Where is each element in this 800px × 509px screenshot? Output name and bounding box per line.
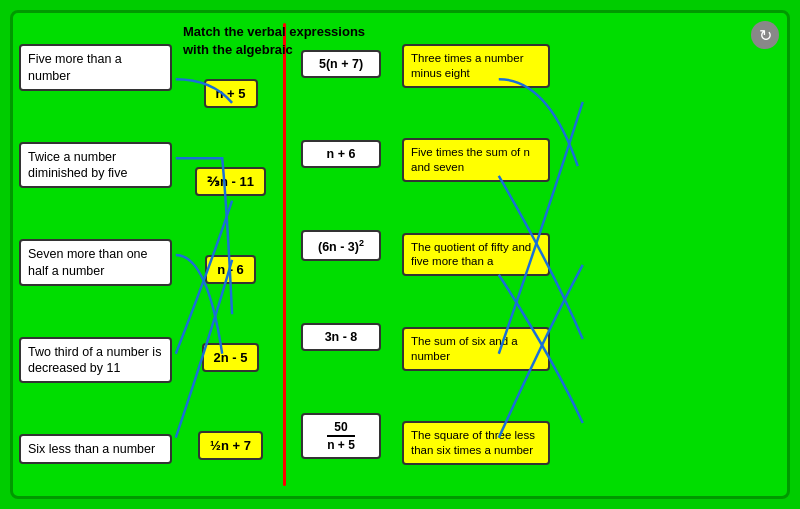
right-algebraic-item-3[interactable]: (6n - 3)2 bbox=[301, 230, 381, 260]
algebraic-item-1[interactable]: n + 5 bbox=[204, 79, 258, 108]
verbal-item-5[interactable]: Six less than a number bbox=[19, 434, 172, 464]
right-verbal-panel: Three times a number minus eight Five ti… bbox=[396, 13, 556, 496]
left-verbal-panel: Five more than a number Twice a number d… bbox=[13, 13, 178, 496]
right-algebraic-item-2[interactable]: n + 6 bbox=[301, 140, 381, 168]
algebraic-item-3[interactable]: n - 6 bbox=[205, 255, 256, 284]
right-verbal-item-5[interactable]: The square of three less than six times … bbox=[402, 421, 550, 465]
right-algebraic-item-5[interactable]: 50 n + 5 bbox=[301, 413, 381, 459]
verbal-item-2[interactable]: Twice a number diminished by five bbox=[19, 142, 172, 189]
verbal-item-1[interactable]: Five more than a number bbox=[19, 44, 172, 91]
right-verbal-item-4[interactable]: The sum of six and a number bbox=[402, 327, 550, 371]
algebraic-item-5[interactable]: ½n + 7 bbox=[198, 431, 263, 460]
right-verbal-item-3[interactable]: The quotient of fifty and five more than… bbox=[402, 233, 550, 277]
right-algebraic-panel: 5(n + 7) n + 6 (6n - 3)2 3n - 8 50 n + 5 bbox=[286, 13, 396, 496]
verbal-item-3[interactable]: Seven more than one half a number bbox=[19, 239, 172, 286]
verbal-item-4[interactable]: Two third of a number is decreased by 11 bbox=[19, 337, 172, 384]
algebraic-item-4[interactable]: 2n - 5 bbox=[202, 343, 260, 372]
right-verbal-item-2[interactable]: Five times the sum of n and seven bbox=[402, 138, 550, 182]
algebraic-item-2[interactable]: ⅔n - 11 bbox=[195, 167, 266, 196]
left-algebraic-panel: Match the verbal expressions with the al… bbox=[178, 13, 283, 496]
right-algebraic-item-4[interactable]: 3n - 8 bbox=[301, 323, 381, 351]
refresh-button[interactable]: ↻ bbox=[751, 21, 779, 49]
page-title: Match the verbal expressions with the al… bbox=[183, 23, 463, 59]
